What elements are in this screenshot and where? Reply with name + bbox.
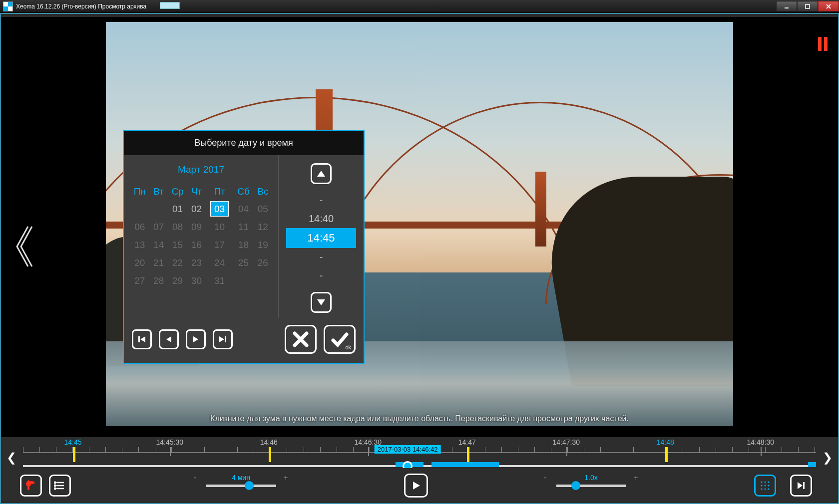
calendar-dow: Пн (130, 183, 150, 200)
timeline-track[interactable]: 2017-03-03 14:46:42 (23, 447, 816, 467)
svg-point-29 (768, 488, 769, 490)
calendar-day[interactable]: 22 (168, 254, 188, 272)
calendar-day[interactable]: 11 (233, 218, 253, 236)
svg-point-18 (54, 485, 56, 487)
window-minimize-button[interactable] (776, 1, 797, 11)
timeline-label: 14:46 (260, 438, 278, 446)
grid-view-button[interactable] (754, 475, 776, 497)
calendar-day[interactable]: 10 (206, 218, 234, 236)
calendar-day[interactable]: 03 (206, 200, 234, 218)
svg-marker-7 (140, 336, 145, 342)
time-option[interactable]: - (286, 266, 356, 285)
app-icon (3, 1, 13, 11)
time-option[interactable]: 14:45 (286, 228, 356, 248)
time-option[interactable]: - (286, 248, 356, 266)
calendar-day[interactable]: 15 (168, 236, 188, 254)
prev-camera-button[interactable] (11, 217, 35, 276)
time-option[interactable]: - (286, 191, 356, 210)
window-close-button[interactable] (818, 1, 839, 11)
step-back-button[interactable] (159, 329, 179, 349)
timeline-scroll-left[interactable]: ❮ (5, 450, 18, 465)
calendar-day[interactable]: 13 (130, 236, 150, 254)
calendar-dow: Чт (188, 183, 206, 200)
back-button[interactable] (20, 475, 42, 497)
svg-rect-31 (803, 482, 805, 489)
calendar-day[interactable]: 14 (150, 236, 168, 254)
svg-rect-11 (225, 336, 226, 342)
dialog-ok-button[interactable]: ok (324, 325, 356, 354)
interval-plus[interactable]: + (284, 474, 288, 482)
calendar-day[interactable]: 28 (150, 272, 168, 290)
window-tab[interactable] (160, 2, 180, 9)
interval-minus[interactable]: - (194, 474, 197, 482)
calendar-day[interactable]: 31 (206, 272, 234, 290)
play-button[interactable] (404, 474, 428, 498)
timeline-marker[interactable] (73, 447, 75, 462)
svg-marker-8 (166, 336, 171, 342)
list-button[interactable] (49, 475, 71, 497)
calendar-day[interactable]: 24 (206, 254, 234, 272)
calendar-day[interactable]: 06 (130, 218, 150, 236)
skip-start-button[interactable] (132, 329, 152, 349)
calendar-day[interactable]: 27 (130, 272, 150, 290)
speed-slider[interactable]: - 1.0x + (556, 485, 626, 487)
svg-point-22 (764, 481, 766, 483)
window-maximize-button[interactable] (797, 1, 818, 11)
datetime-dialog: Выберите дату и время Март 2017 ПнВтСрЧт… (123, 130, 365, 364)
speed-minus[interactable]: - (544, 474, 547, 482)
svg-marker-5 (317, 299, 325, 305)
calendar-day[interactable]: 09 (188, 218, 206, 236)
calendar-day[interactable]: 01 (168, 200, 188, 218)
speed-thumb[interactable] (571, 481, 580, 490)
calendar-day[interactable]: 12 (254, 218, 272, 236)
calendar-day[interactable]: 16 (188, 236, 206, 254)
interval-slider[interactable]: - 4 мин + (206, 485, 276, 487)
timeline-label: 14:48 (657, 438, 674, 446)
window-titlebar: Xeoma 16.12.26 (Pro-версия) Просмотр арх… (0, 0, 839, 13)
calendar-month[interactable]: Март 2017 (130, 164, 272, 175)
calendar-day[interactable]: 25 (233, 254, 253, 272)
ok-label: ok (345, 344, 351, 350)
calendar-day[interactable]: 21 (150, 254, 168, 272)
calendar-day[interactable]: 29 (168, 272, 188, 290)
step-fwd-button[interactable] (186, 329, 206, 349)
window-title: Xeoma 16.12.26 (Pro-версия) Просмотр арх… (16, 3, 146, 10)
zoom-hint: Кликните для зума в нужном месте кадра и… (106, 414, 733, 423)
svg-point-24 (761, 485, 762, 486)
svg-point-21 (761, 481, 762, 483)
calendar-day[interactable]: 04 (233, 200, 253, 218)
time-picker: -14:4014:45-- (279, 155, 364, 318)
time-option[interactable]: 14:40 (286, 210, 356, 228)
calendar-day[interactable]: 08 (168, 218, 188, 236)
timeline-scroll-right[interactable]: ❯ (821, 450, 834, 465)
timeline-marker[interactable] (269, 447, 271, 462)
calendar-day (254, 272, 272, 290)
skip-end-button[interactable] (213, 329, 233, 349)
timeline-marker[interactable] (665, 447, 668, 462)
dialog-cancel-button[interactable] (285, 325, 317, 354)
next-frame-button[interactable] (790, 475, 812, 497)
calendar-day[interactable]: 17 (206, 236, 234, 254)
interval-thumb[interactable] (245, 481, 254, 490)
speed-plus[interactable]: + (634, 474, 638, 482)
svg-point-23 (768, 481, 769, 483)
timeline-marker[interactable] (467, 447, 469, 462)
calendar-dow: Сб (233, 183, 253, 200)
calendar-day[interactable]: 02 (188, 200, 206, 218)
calendar-day[interactable]: 30 (188, 272, 206, 290)
calendar-day[interactable]: 23 (188, 254, 206, 272)
calendar-day[interactable]: 26 (254, 254, 272, 272)
calendar-day[interactable]: 19 (254, 236, 272, 254)
calendar-day[interactable]: 07 (150, 218, 168, 236)
time-down-button[interactable] (311, 292, 332, 313)
calendar-day[interactable]: 05 (254, 200, 272, 218)
timeline-segment (808, 462, 816, 467)
calendar-grid: ПнВтСрЧтПтСбВс 0102030405060708091011121… (130, 183, 272, 290)
svg-marker-4 (317, 171, 325, 177)
calendar-day[interactable]: 18 (233, 236, 253, 254)
calendar-day[interactable]: 20 (130, 254, 150, 272)
timeline-segment (431, 462, 499, 467)
time-list[interactable]: -14:4014:45-- (286, 191, 356, 285)
time-up-button[interactable] (311, 163, 332, 184)
interval-label: 4 мин (206, 474, 276, 482)
